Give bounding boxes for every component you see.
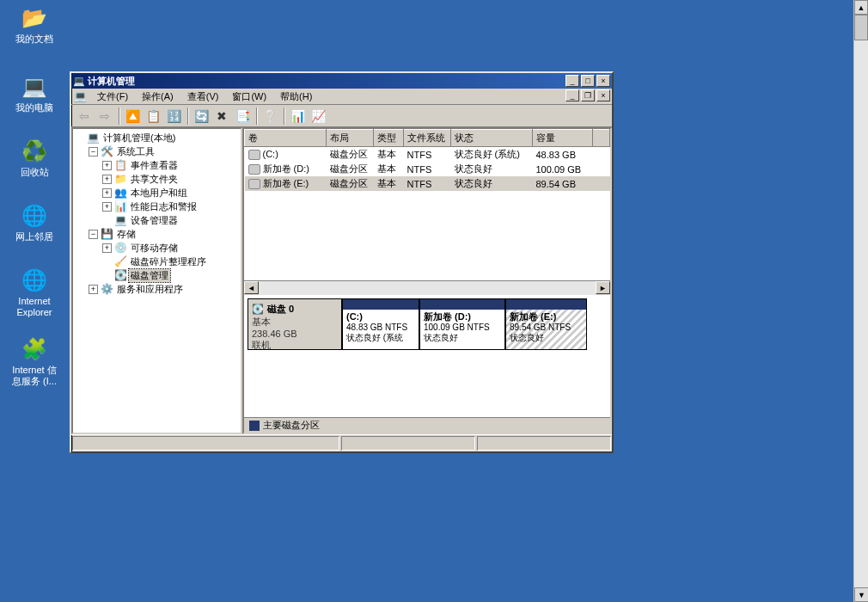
scroll-down-icon[interactable]: ▼ xyxy=(854,587,868,602)
expand-icon[interactable]: + xyxy=(102,161,112,170)
volume-icon xyxy=(248,179,260,189)
tree-node-icon: 📋 xyxy=(113,158,127,172)
minimize-button[interactable]: _ xyxy=(565,75,579,87)
disk-graphical-view[interactable]: 💽磁盘 0基本238.46 GB联机(C:)48.83 GB NTFS状态良好 … xyxy=(244,295,610,433)
tree-node-label: 设备管理器 xyxy=(129,214,180,227)
mdi-restore-button[interactable]: ❐ xyxy=(581,89,595,101)
volume-row[interactable]: (C:)磁盘分区基本NTFS状态良好 (系统)48.83 GB xyxy=(245,147,610,163)
show-hide-tree-button[interactable]: 📋 xyxy=(144,107,162,126)
tree-node-label: 共享文件夹 xyxy=(129,173,180,186)
partition[interactable]: 新加卷 (E:)89.54 GB NTFS状态良好 xyxy=(505,298,587,350)
partition[interactable]: 新加卷 (D:)100.09 GB NTFS状态良好 xyxy=(419,298,505,350)
tree-node-icon: ⚙️ xyxy=(100,282,113,296)
my-documents-icon: 📂 xyxy=(21,4,48,32)
column-header[interactable]: 状态 xyxy=(451,130,533,147)
volume-row[interactable]: 新加卷 (D:)磁盘分区基本NTFS状态良好100.09 GB xyxy=(245,162,610,176)
expand-icon[interactable]: + xyxy=(102,188,112,198)
column-header[interactable]: 容量 xyxy=(533,130,593,147)
disk-header[interactable]: 💽磁盘 0基本238.46 GB联机 xyxy=(248,298,342,350)
tree-node[interactable]: +📁共享文件夹 xyxy=(75,172,239,186)
scroll-thumb[interactable] xyxy=(854,15,868,40)
close-button[interactable]: × xyxy=(596,75,610,87)
column-header[interactable]: 类型 xyxy=(374,130,404,147)
column-header[interactable]: 文件系统 xyxy=(404,130,451,147)
tree-node[interactable]: 💽磁盘管理 xyxy=(75,268,239,282)
scroll-left-icon[interactable]: ◄ xyxy=(244,281,259,294)
page-scrollbar[interactable]: ▲ ▼ xyxy=(853,0,868,602)
desktop-icon-my-documents[interactable]: 📂我的文档 xyxy=(7,4,62,45)
menu-item[interactable]: 文件(F) xyxy=(90,89,135,103)
tree-node-icon: 🧹 xyxy=(113,255,127,268)
expand-icon[interactable]: + xyxy=(89,285,98,294)
menu-item[interactable]: 操作(A) xyxy=(135,89,180,103)
desktop-icon-iis[interactable]: 🧩Internet 信息服务 (I... xyxy=(7,335,62,387)
scroll-right-icon[interactable]: ► xyxy=(596,281,610,294)
tree-node-icon: 💻 xyxy=(86,131,100,144)
legend-label: 主要磁盘分区 xyxy=(263,419,320,432)
menu-item[interactable]: 查看(V) xyxy=(180,89,226,103)
column-header[interactable]: 布局 xyxy=(327,130,374,147)
forward-button[interactable]: ⇨ xyxy=(95,107,114,126)
tree-node[interactable]: +📊性能日志和警报 xyxy=(75,200,239,213)
titlebar[interactable]: 💻 计算机管理 _ □ × xyxy=(71,73,612,89)
tree-node-label: 事件查看器 xyxy=(129,159,180,172)
tree-node-label: 计算机管理(本地) xyxy=(101,132,177,144)
toolbar: ⇦ ⇨ 🔼 📋 🔢 🔄 ✖ 📑 ❔ 📊 📈 xyxy=(71,105,612,127)
desktop-icon-my-computer[interactable]: 💻我的电脑 xyxy=(7,73,62,114)
computer-management-window: 💻 计算机管理 _ □ × 💻 文件(F)操作(A)查看(V)窗口(W)帮助(H… xyxy=(70,71,614,453)
disk-icon: 💽 xyxy=(252,304,264,315)
desktop-icon-internet-explorer[interactable]: 🌐InternetExplorer xyxy=(7,267,62,318)
tree-node[interactable]: −💾存储 xyxy=(75,227,239,241)
maximize-button[interactable]: □ xyxy=(581,75,595,87)
tree-node-icon: 📊 xyxy=(113,200,127,213)
properties-icon[interactable]: 📑 xyxy=(233,107,252,126)
back-button[interactable]: ⇦ xyxy=(75,107,94,126)
legend-swatch-icon xyxy=(249,421,260,431)
tree-node-icon: 💽 xyxy=(113,268,127,282)
console-tree[interactable]: 💻计算机管理(本地)−🛠️系统工具+📋事件查看器+📁共享文件夹+👥本地用户和组+… xyxy=(71,127,242,434)
desktop-icon-label: InternetExplorer xyxy=(7,296,62,318)
expand-icon[interactable]: + xyxy=(102,202,112,212)
tree-node[interactable]: +⚙️服务和应用程序 xyxy=(75,282,239,296)
desktop-icon-label: 我的电脑 xyxy=(7,102,62,114)
menu-item[interactable]: 帮助(H) xyxy=(273,89,319,103)
network-neighborhood-icon: 🌐 xyxy=(21,202,48,230)
window-title: 计算机管理 xyxy=(88,75,564,88)
volume-icon xyxy=(248,150,260,160)
expand-icon[interactable]: − xyxy=(89,147,98,157)
expand-icon[interactable]: + xyxy=(102,243,112,253)
tree-node[interactable]: +👥本地用户和组 xyxy=(75,186,239,200)
help-button[interactable]: ❔ xyxy=(260,107,279,126)
view-icon[interactable]: 📊 xyxy=(288,107,307,126)
partition[interactable]: (C:)48.83 GB NTFS状态良好 (系统 xyxy=(342,298,419,350)
mdi-minimize-button[interactable]: _ xyxy=(565,89,579,101)
desktop-icon-network-neighborhood[interactable]: 🌐网上邻居 xyxy=(7,202,62,243)
tree-node[interactable]: 💻计算机管理(本地) xyxy=(75,131,239,144)
statusbar xyxy=(71,434,612,452)
tree-node[interactable]: +📋事件查看器 xyxy=(75,158,239,172)
tree-node[interactable]: 🧹磁盘碎片整理程序 xyxy=(75,255,239,268)
up-button[interactable]: 🔼 xyxy=(123,107,142,126)
volume-row[interactable]: 新加卷 (E:)磁盘分区基本NTFS状态良好89.54 GB xyxy=(245,176,610,191)
tree-node[interactable]: −🛠️系统工具 xyxy=(75,144,239,158)
iis-icon: 🧩 xyxy=(21,335,48,363)
column-header[interactable]: 卷 xyxy=(245,130,327,147)
refresh-button[interactable]: 🔄 xyxy=(192,107,211,126)
expand-icon[interactable]: + xyxy=(102,175,112,184)
tree-node[interactable]: 💻设备管理器 xyxy=(75,213,239,227)
properties-button[interactable]: 🔢 xyxy=(164,107,183,126)
tree-node-icon: 💻 xyxy=(113,213,127,227)
delete-button[interactable]: ✖ xyxy=(212,107,231,126)
mdi-close-button[interactable]: × xyxy=(596,89,610,101)
tree-node[interactable]: +💿可移动存储 xyxy=(75,241,239,255)
volume-list[interactable]: 卷布局类型文件系统状态容量(C:)磁盘分区基本NTFS状态良好 (系统)48.8… xyxy=(244,129,610,295)
scroll-up-icon[interactable]: ▲ xyxy=(854,0,868,15)
menu-item[interactable]: 窗口(W) xyxy=(225,89,273,103)
desktop-icon-recycle-bin[interactable]: ♻️回收站 xyxy=(7,138,62,178)
expand-icon[interactable]: − xyxy=(89,230,98,239)
list-h-scroll[interactable]: ◄ ► xyxy=(244,280,610,295)
my-computer-icon: 💻 xyxy=(21,73,48,101)
tree-node-label: 服务和应用程序 xyxy=(115,283,185,296)
volume-icon xyxy=(248,164,260,175)
view2-icon[interactable]: 📈 xyxy=(309,107,327,126)
